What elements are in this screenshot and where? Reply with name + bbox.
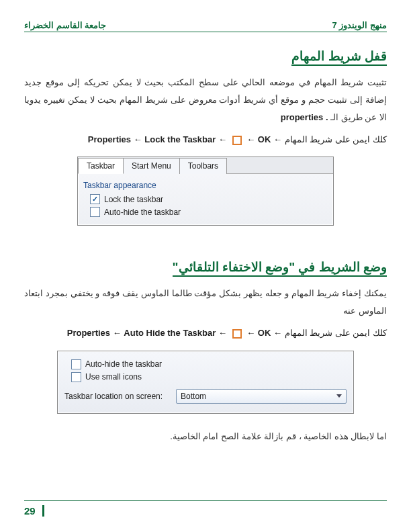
page-number: 29 xyxy=(24,505,44,517)
tab-startmenu[interactable]: Start Menu xyxy=(123,158,180,174)
taskbar-location-select[interactable]: Bottom xyxy=(176,389,347,404)
section1-paragraph: تثبيت شريط المهام في موضعه الحالي على سط… xyxy=(24,74,387,126)
checkbox-autohide-row[interactable]: Auto-hide the taskbar xyxy=(90,207,328,217)
section1-title: قفل شريط المهام xyxy=(291,48,387,66)
checkbox-icon[interactable] xyxy=(90,207,100,217)
section1-steps: كلك ايمن على شريط المهام ← Properties ← … xyxy=(24,132,387,147)
properties-tabs: Taskbar Start Menu Toolbars xyxy=(78,157,333,174)
tab-toolbars[interactable]: Toolbars xyxy=(179,158,227,174)
chevron-down-icon xyxy=(336,394,342,398)
checkbox-autohide2-row[interactable]: Auto-hide the taskbar xyxy=(71,359,347,369)
checkbox-lock-taskbar-row[interactable]: Lock the taskbar xyxy=(90,194,328,204)
checkbox-icon[interactable] xyxy=(90,194,100,204)
section2-paragraph: يمكنك إخفاء شريط المهام و جعله يظهر بشكل… xyxy=(24,285,387,320)
page-header: جامعة القاسم الخضراء منهج الويندوز 7 xyxy=(24,20,387,32)
section2-note: اما لابطال هذه الخاصية ، قم بازالة علامة… xyxy=(24,431,387,441)
taskbar-location-label: Taskbar location on screen: xyxy=(64,392,163,401)
header-left: جامعة القاسم الخضراء xyxy=(24,20,106,30)
group-taskbar-appearance: Taskbar appearance xyxy=(83,181,328,190)
section2-title: وضع الشريط في "وضع الاختفاء التلقائي" xyxy=(173,259,387,277)
screenshot-autohide: Auto-hide the taskbar Use small icons Ta… xyxy=(57,351,354,414)
section2-steps: كلك ايمن على شريط المهام ← Properties ← … xyxy=(24,325,387,341)
header-right: منهج الويندوز 7 xyxy=(332,20,387,30)
checkbox-icon xyxy=(232,136,242,145)
screenshot-taskbar-properties: Taskbar Start Menu Toolbars Taskbar appe… xyxy=(77,157,334,226)
checkbox-icon xyxy=(232,329,242,339)
checkbox-icon[interactable] xyxy=(71,359,81,369)
page-footer: 29 xyxy=(24,500,387,517)
checkbox-icon[interactable] xyxy=(71,372,81,382)
checkbox-smallicons-row[interactable]: Use small icons xyxy=(71,372,347,382)
tab-taskbar[interactable]: Taskbar xyxy=(78,158,124,174)
